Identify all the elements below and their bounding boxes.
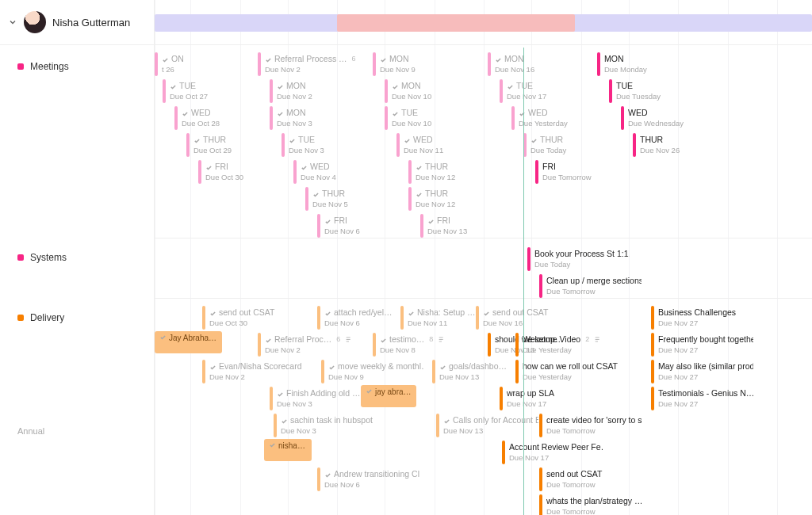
task-title: Jay Abraham Book	[159, 334, 217, 343]
task-card[interactable]: TUEDue Nov 10	[385, 105, 492, 132]
task-card[interactable]: MONDue Nov 10	[385, 78, 492, 105]
task-card[interactable]: wrap up SLADue Nov 17	[500, 385, 607, 412]
check-icon	[182, 109, 189, 116]
task-card[interactable]: THURDue Nov 26	[633, 132, 740, 158]
task-card[interactable]: WEDDue Yesterday	[511, 105, 619, 132]
task-card[interactable]: Welcome Video2Due Yesterday	[515, 331, 622, 358]
task-card[interactable]: how can we roll out CSAT surv…Due Yester…	[515, 358, 622, 385]
check-icon	[265, 55, 272, 63]
task-card[interactable]: WEDDue Nov 11	[396, 132, 504, 158]
status-stripe	[155, 52, 158, 76]
task-card[interactable]: TUEDue Nov 3	[282, 132, 389, 158]
task-title: THUR	[530, 135, 626, 145]
task-card[interactable]: WEDDue Oct 28	[174, 105, 282, 132]
timeline-canvas[interactable]: ONt 26TUEDue Oct 27WEDDue Oct 28THURDue …	[155, 44, 812, 515]
task-card[interactable]: MONDue Monday	[597, 51, 704, 78]
section-systems[interactable]: Systems	[0, 242, 75, 273]
task-card[interactable]: MONDue Nov 2	[270, 78, 377, 105]
task-due: Due Nov 3	[281, 426, 376, 436]
task-card[interactable]: Business ChallengesDue Nov 27	[651, 304, 758, 331]
task-card[interactable]: May also like (similar product…Due Nov 2…	[651, 358, 758, 385]
section-label: Delivery	[30, 312, 64, 323]
check-icon	[404, 136, 411, 143]
task-card[interactable]: TUEDue Nov 17	[500, 78, 607, 105]
check-icon	[519, 109, 526, 116]
task-card[interactable]: testimo…8Due Nov 8	[373, 331, 480, 358]
check-icon	[408, 309, 415, 316]
task-due: Due Nov 3	[277, 119, 372, 128]
status-stripe	[163, 79, 166, 103]
task-card[interactable]: Referral Process …6Due Nov 2	[258, 51, 365, 78]
task-card[interactable]: Andrew transitioning Client…Due Nov 6	[317, 466, 424, 493]
section-annual[interactable]: Annual	[0, 417, 52, 445]
status-stripe	[500, 79, 503, 103]
task-card[interactable]: create video for 'sorry to see…Due Tomor…	[539, 412, 646, 439]
task-due: Due Nov 3	[277, 399, 372, 409]
task-title: THUR	[193, 135, 289, 145]
chevron-down-icon[interactable]	[8, 17, 17, 27]
task-due: Due Wednesday	[628, 119, 723, 128]
check-icon	[328, 363, 335, 370]
task-card[interactable]: WEDDue Wednesday	[621, 105, 728, 132]
task-due: Due Yesterday	[523, 372, 618, 382]
task-card[interactable]: Evan/Nisha Scorecard …Due Nov 2	[202, 358, 309, 385]
task-card[interactable]: TUEDue Oct 27	[163, 78, 270, 105]
task-due: Due Nov 16	[495, 65, 590, 74]
task-card[interactable]: THURDue Today	[523, 132, 630, 158]
check-icon	[205, 163, 213, 170]
task-card[interactable]: FRIDue Tomorrow	[535, 158, 642, 185]
task-card[interactable]: Account Review Peer Fe…2Due Nov 17	[502, 439, 609, 466]
task-card[interactable]: ONt 26	[155, 51, 262, 78]
task-card[interactable]: MONDue Nov 16	[488, 51, 595, 78]
task-card[interactable]: FRIDue Nov 6	[317, 212, 424, 239]
check-icon	[530, 136, 538, 143]
user-header[interactable]: Nisha Gutterman	[0, 0, 154, 44]
task-block[interactable]: Jay Abraham Book	[155, 331, 222, 353]
task-due: Due Tomorrow	[546, 287, 642, 296]
task-card[interactable]: move weekly & monthl…Due Nov 9	[321, 358, 428, 385]
task-card[interactable]: FRIDue Oct 30	[198, 158, 305, 185]
check-icon	[507, 82, 514, 90]
task-due: Due Nov 2	[265, 65, 360, 74]
task-card[interactable]: THURDue Nov 12	[408, 185, 515, 212]
task-card[interactable]: THURDue Nov 12	[408, 158, 515, 185]
status-stripe	[396, 133, 400, 157]
task-card[interactable]: THURDue Nov 5	[305, 185, 412, 212]
check-icon	[443, 417, 450, 424]
task-card[interactable]: WEDDue Nov 4	[293, 158, 400, 185]
task-card[interactable]: send out CSATDue Tomorrow	[539, 466, 646, 493]
task-card[interactable]: Calls only for Account B…Due Nov 13	[436, 412, 543, 439]
task-card[interactable]: Frequently bought together (…Due Nov 27	[651, 331, 758, 358]
status-stripe	[609, 79, 612, 103]
check-icon	[427, 217, 435, 224]
task-card[interactable]: send out CSATDue Oct 30	[202, 304, 309, 331]
task-card[interactable]: FRIDue Nov 13	[420, 212, 527, 239]
task-title: TUE	[289, 135, 384, 145]
task-due: Due Today	[530, 146, 626, 155]
task-card[interactable]: Book your Process St 1:1…1Due Today	[527, 246, 634, 273]
task-card[interactable]: MONDue Nov 3	[270, 105, 377, 132]
status-stripe	[385, 106, 388, 130]
task-card[interactable]: MONDue Nov 9	[373, 51, 480, 78]
section-meetings[interactable]: Meetings	[0, 52, 154, 82]
status-stripe	[373, 333, 376, 357]
task-title: WED	[404, 135, 499, 145]
status-stripe	[202, 306, 205, 330]
task-card[interactable]: sachin task in hubspotDue Nov 3	[274, 412, 381, 439]
task-card[interactable]: whats the plan/strategy …1Due Tomorrow	[539, 493, 646, 515]
task-card[interactable]: THURDue Oct 29	[186, 132, 293, 158]
task-block[interactable]: jay abrahams referral…	[361, 385, 416, 407]
task-card[interactable]: Referral Proc…6Due Nov 2	[258, 331, 365, 358]
task-due: Due Nov 13	[427, 227, 523, 236]
task-due: Due Nov 27	[658, 345, 753, 355]
section-delivery[interactable]: Delivery	[0, 303, 72, 333]
task-due: Due Yesterday	[519, 119, 614, 128]
task-card[interactable]: Testimonials - Genius N…2Due Nov 27	[651, 385, 758, 412]
task-card[interactable]: Clean up / merge sections+fi…Due Tomorro…	[539, 273, 646, 299]
task-block[interactable]: nisha tasks in …	[264, 439, 312, 461]
task-card[interactable]: send out CSATDue Nov 16	[476, 304, 583, 331]
avatar	[24, 11, 46, 33]
task-title: Referral Process …6	[265, 54, 360, 64]
task-title: how can we roll out CSAT surv…	[523, 361, 618, 372]
task-card[interactable]: TUEDue Tuesday	[609, 78, 716, 105]
